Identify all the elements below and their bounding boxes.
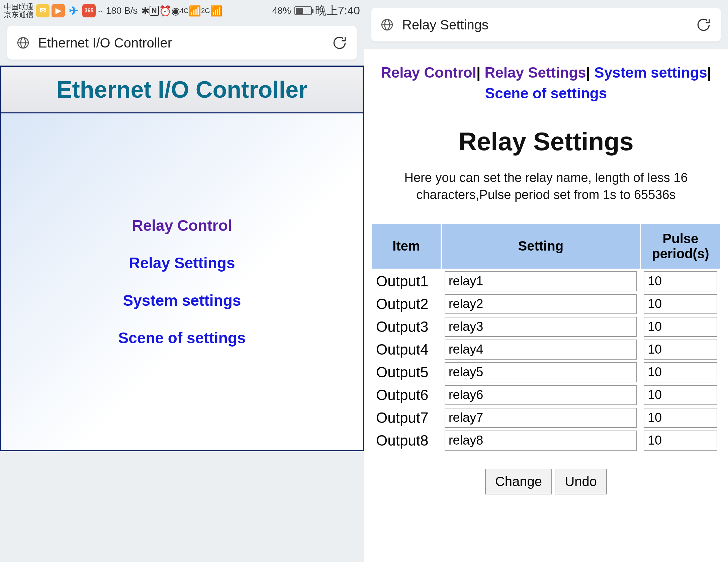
- row-item: Output8: [371, 429, 441, 452]
- net-4g: 4G: [180, 7, 189, 15]
- battery-pct: 48%: [272, 5, 291, 16]
- relay-table: Item Setting Pulse period(s) Output1Outp…: [371, 222, 721, 452]
- table-row: Output5: [371, 361, 721, 384]
- relay-name-input[interactable]: [445, 362, 637, 382]
- pulse-period-input[interactable]: [644, 271, 717, 291]
- relay-name-input[interactable]: [445, 317, 637, 337]
- table-row: Output1: [371, 269, 721, 293]
- net-2g: 2G: [201, 7, 210, 15]
- table-row: Output2: [371, 293, 721, 315]
- battery-icon: [294, 6, 312, 15]
- address-title-right: Relay Settings: [402, 17, 695, 32]
- table-row: Output3: [371, 315, 721, 338]
- undo-button[interactable]: Undo: [555, 469, 607, 494]
- left-page: Ethernet I/O Controller Relay Control Re…: [0, 66, 364, 457]
- th-setting: Setting: [441, 223, 640, 269]
- signal-1-icon: 📶: [189, 5, 201, 17]
- page-description: Here you can set the relay name, length …: [364, 169, 728, 204]
- crumb-system-settings[interactable]: System settings: [594, 64, 707, 81]
- relay-name-input[interactable]: [445, 408, 637, 428]
- nfc-icon: N: [150, 6, 159, 16]
- relay-name-input[interactable]: [445, 271, 637, 291]
- relay-name-input[interactable]: [445, 385, 637, 405]
- change-button[interactable]: Change: [485, 469, 552, 494]
- globe-icon: [380, 18, 394, 32]
- table-row: Output8: [371, 429, 721, 452]
- table-row: Output6: [371, 384, 721, 406]
- carrier-1: 中国联通: [4, 3, 33, 11]
- row-item: Output5: [371, 361, 441, 384]
- play-icon: ▶: [52, 4, 65, 17]
- bluetooth-icon: ✱: [141, 5, 150, 17]
- status-bar: 中国联通 京东通信 ✉ ▶ ✈ 365 ·· 180 B/s ✱ N ⏰ ◉ 4…: [0, 0, 364, 21]
- status-app-icons: ✉ ▶ ✈ 365 ··: [36, 4, 103, 17]
- row-item: Output4: [371, 338, 441, 361]
- left-nav-panel: Relay Control Relay Settings System sett…: [0, 113, 364, 451]
- nav-system-settings[interactable]: System settings: [123, 291, 241, 309]
- row-item: Output1: [371, 269, 441, 293]
- carrier-labels: 中国联通 京东通信: [4, 3, 33, 18]
- crumb-relay-settings[interactable]: Relay Settings: [485, 64, 586, 81]
- pulse-period-input[interactable]: [644, 340, 717, 360]
- clock: 晚上7:40: [315, 3, 360, 18]
- crumb-relay-control[interactable]: Relay Control: [381, 64, 476, 81]
- wifi-icon: ◉: [171, 5, 180, 17]
- row-item: Output2: [371, 293, 441, 315]
- more-icon: ··: [98, 5, 103, 16]
- page-title: Ethernet I/O Controller: [5, 76, 359, 103]
- globe-icon: [16, 36, 30, 50]
- net-rate: 180 B/s: [106, 5, 138, 16]
- reload-icon[interactable]: [331, 34, 348, 51]
- plane-icon: ✈: [67, 4, 80, 17]
- pulse-period-input[interactable]: [644, 317, 717, 337]
- pulse-period-input[interactable]: [644, 362, 717, 382]
- right-phone: Relay Settings Relay Control| Relay Sett…: [364, 0, 728, 562]
- signal-2-icon: 📶: [210, 5, 222, 17]
- row-item: Output7: [371, 406, 441, 429]
- mail-icon: ✉: [36, 4, 50, 17]
- pulse-period-input[interactable]: [644, 431, 717, 451]
- pulse-period-input[interactable]: [644, 385, 717, 405]
- left-page-header: Ethernet I/O Controller: [0, 66, 364, 113]
- relay-name-input[interactable]: [445, 431, 637, 451]
- pulse-period-input[interactable]: [644, 408, 717, 428]
- row-item: Output3: [371, 315, 441, 338]
- nav-scene-settings[interactable]: Scene of settings: [118, 329, 246, 347]
- th-pulse: Pulse period(s): [640, 223, 721, 269]
- row-item: Output6: [371, 384, 441, 406]
- breadcrumb-nav: Relay Control| Relay Settings| System se…: [364, 49, 728, 103]
- address-bar-left[interactable]: Ethernet I/O Controller: [7, 26, 357, 60]
- form-buttons: Change Undo: [364, 469, 728, 494]
- left-phone: 中国联通 京东通信 ✉ ▶ ✈ 365 ·· 180 B/s ✱ N ⏰ ◉ 4…: [0, 0, 364, 562]
- th-item: Item: [371, 223, 441, 269]
- nav-relay-control[interactable]: Relay Control: [132, 216, 232, 235]
- relay-name-input[interactable]: [445, 294, 637, 314]
- page-heading: Relay Settings: [364, 127, 728, 156]
- pulse-period-input[interactable]: [644, 294, 717, 314]
- nav-relay-settings[interactable]: Relay Settings: [129, 254, 235, 272]
- reload-icon[interactable]: [695, 16, 712, 33]
- carrier-2: 京东通信: [4, 11, 33, 18]
- app-365-icon: 365: [82, 4, 96, 17]
- address-bar-right[interactable]: Relay Settings: [371, 8, 721, 41]
- crumb-scene-settings[interactable]: Scene of settings: [485, 85, 607, 101]
- alarm-icon: ⏰: [159, 5, 171, 17]
- relay-name-input[interactable]: [445, 340, 637, 360]
- table-row: Output4: [371, 338, 721, 361]
- table-row: Output7: [371, 406, 721, 429]
- address-title-left: Ethernet I/O Controller: [38, 35, 331, 51]
